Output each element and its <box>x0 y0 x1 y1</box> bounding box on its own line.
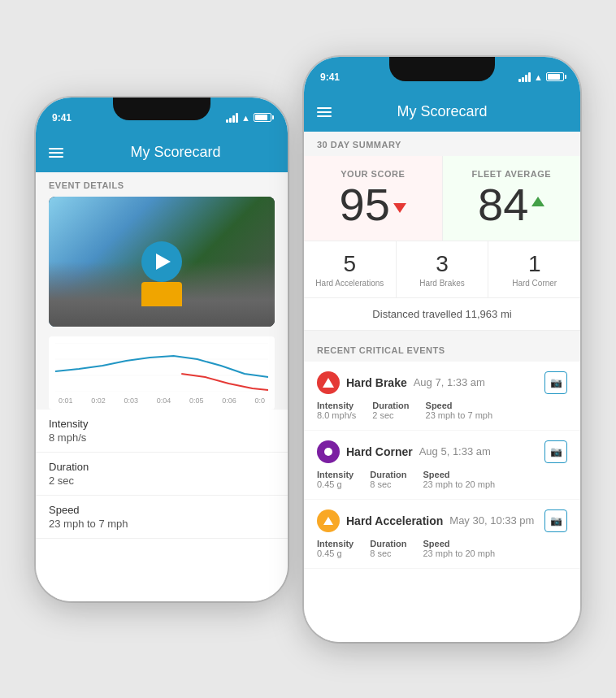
status-icons-left: ▲ <box>226 113 271 123</box>
header-title-right: My Scorecard <box>345 103 540 120</box>
hamburger-menu-right[interactable] <box>317 107 332 117</box>
stat-corner-label: Hard Corner <box>495 279 574 288</box>
wifi-icon-right: ▲ <box>534 72 543 82</box>
corner-speed: Speed 23 mph to 20 mph <box>423 470 495 489</box>
brake-intensity-value: 8.0 mph/s <box>317 410 356 420</box>
brake-event-title: Hard Brake <box>346 376 407 389</box>
score-up-arrow <box>531 197 544 206</box>
video-player[interactable] <box>49 197 275 327</box>
chart-label-4: 0:04 <box>157 397 171 405</box>
accel-camera-button[interactable]: 📷 <box>544 509 567 532</box>
hamburger-menu-left[interactable] <box>49 148 63 158</box>
time-right: 9:41 <box>320 72 340 83</box>
accel-duration: Duration 8 sec <box>370 539 406 558</box>
distance-text: Distanced travelled 11,963 mi <box>372 308 511 320</box>
corner-camera-button[interactable]: 📷 <box>544 440 567 463</box>
stat-brake-number: 3 <box>403 251 482 277</box>
right-phone: 9:41 ▲ My Scorecard <box>304 57 580 642</box>
distance-bar: Distanced travelled 11,963 mi <box>304 297 580 331</box>
play-button[interactable] <box>141 241 182 282</box>
corner-shape-icon <box>324 448 332 456</box>
accel-speed-value: 23 mph to 20 mph <box>423 548 495 558</box>
events-label: RECENT CRITICAL EVENTS <box>304 337 580 362</box>
speed-value: 23 mph to 7 mph <box>49 518 275 530</box>
notch-right <box>389 57 495 81</box>
brake-duration-label: Duration <box>372 401 409 410</box>
battery-icon-left <box>254 113 271 122</box>
corner-intensity-value: 0.45 g <box>317 479 354 489</box>
brake-shape-icon <box>323 378 334 388</box>
accel-event-title: Hard Acceleration <box>346 514 443 527</box>
brake-speed-label: Speed <box>426 401 493 410</box>
duration-value: 2 sec <box>49 475 275 487</box>
summary-label: 30 DAY SUMMARY <box>304 132 580 156</box>
notch-left <box>113 98 210 120</box>
chart-label-3: 0:03 <box>124 397 138 405</box>
wifi-icon-left: ▲ <box>241 113 250 123</box>
event-brake-header: Hard Brake Aug 7, 1:33 am 📷 <box>317 371 567 394</box>
corner-event-icon <box>317 440 340 463</box>
brake-duration: Duration 2 sec <box>372 401 409 420</box>
score-down-arrow <box>393 203 406 213</box>
battery-icon-right <box>546 72 564 81</box>
detail-intensity: Intensity 8 mph/s <box>36 410 288 453</box>
event-details-label: EVENT DETAILS <box>36 172 288 197</box>
event-hard-accel: Hard Acceleration May 30, 10:33 pm 📷 Int… <box>304 500 580 568</box>
corner-event-time: Aug 5, 1:33 am <box>419 445 491 457</box>
event-corner-header: Hard Corner Aug 5, 1:33 am 📷 <box>317 440 567 463</box>
event-hard-corner: Hard Corner Aug 5, 1:33 am 📷 Intensity 0… <box>304 431 580 499</box>
signal-icon-left <box>226 113 238 123</box>
event-hard-brake: Hard Brake Aug 7, 1:33 am 📷 Intensity 8.… <box>304 362 580 430</box>
corner-duration-label: Duration <box>370 470 406 479</box>
corner-intensity-label: Intensity <box>317 470 354 479</box>
chart-label-6: 0:06 <box>222 397 236 405</box>
fleet-average-card: FLEET AVERAGE 84 <box>443 156 581 241</box>
your-score-number: 95 <box>317 182 429 228</box>
accel-shape-icon <box>323 517 333 525</box>
brake-duration-value: 2 sec <box>372 410 409 420</box>
brake-intensity: Intensity 8.0 mph/s <box>317 401 356 420</box>
corner-speed-label: Speed <box>423 470 495 479</box>
screen-content-left: EVENT DETAILS <box>36 172 288 539</box>
screen-content-right: 30 DAY SUMMARY YOUR SCORE 95 FLEET AVERA… <box>304 132 580 569</box>
accel-speed: Speed 23 mph to 20 mph <box>423 539 495 558</box>
brake-event-details: Intensity 8.0 mph/s Duration 2 sec Speed… <box>317 401 567 420</box>
duration-label: Duration <box>49 461 275 473</box>
app-header-right: My Scorecard <box>304 93 580 132</box>
accel-event-icon <box>317 509 340 532</box>
fleet-average-label: FLEET AVERAGE <box>456 169 568 179</box>
stat-corner-number: 1 <box>495 251 574 277</box>
intensity-value: 8 mph/s <box>49 431 275 444</box>
brake-camera-button[interactable]: 📷 <box>544 371 567 394</box>
brake-event-time: Aug 7, 1:33 am <box>414 376 485 388</box>
accel-event-details: Intensity 0.45 g Duration 8 sec Speed 23… <box>317 539 567 558</box>
corner-speed-value: 23 mph to 20 mph <box>423 479 495 489</box>
chart-label-2: 0:02 <box>91 397 106 405</box>
signal-icon-right <box>518 72 531 82</box>
accel-duration-value: 8 sec <box>370 548 406 558</box>
chart-svg <box>55 343 268 392</box>
chart-label-5: 0:05 <box>189 397 204 405</box>
your-score-card: YOUR SCORE 95 <box>304 156 443 241</box>
speed-chart: 0:01 0:02 0:03 0:04 0:05 0:06 0:0 <box>49 336 275 410</box>
accel-event-time: May 30, 10:33 pm <box>449 514 534 527</box>
brake-speed: Speed 23 mph to 7 mph <box>426 401 493 420</box>
accel-intensity-value: 0.45 g <box>317 548 354 558</box>
corner-event-details: Intensity 0.45 g Duration 8 sec Speed 23… <box>317 470 567 489</box>
your-score-label: YOUR SCORE <box>317 169 429 179</box>
header-title-left: My Scorecard <box>76 144 275 161</box>
corner-intensity: Intensity 0.45 g <box>317 470 354 489</box>
events-section: RECENT CRITICAL EVENTS Hard Brake Aug 7,… <box>304 331 580 568</box>
app-header-left: My Scorecard <box>36 133 288 172</box>
stat-accelerations: 5 Hard Accelerations <box>304 241 397 297</box>
stat-corners: 1 Hard Corner <box>488 241 580 297</box>
stat-accel-number: 5 <box>310 251 389 277</box>
accel-duration-label: Duration <box>370 539 406 548</box>
accel-intensity: Intensity 0.45 g <box>317 539 354 558</box>
event-accel-title-row: Hard Acceleration May 30, 10:33 pm <box>317 509 534 532</box>
detail-duration: Duration 2 sec <box>36 453 288 496</box>
brake-event-icon <box>317 371 340 394</box>
chart-label-1: 0:01 <box>59 397 73 405</box>
detail-speed: Speed 23 mph to 7 mph <box>36 496 288 539</box>
brake-speed-value: 23 mph to 7 mph <box>426 410 493 420</box>
